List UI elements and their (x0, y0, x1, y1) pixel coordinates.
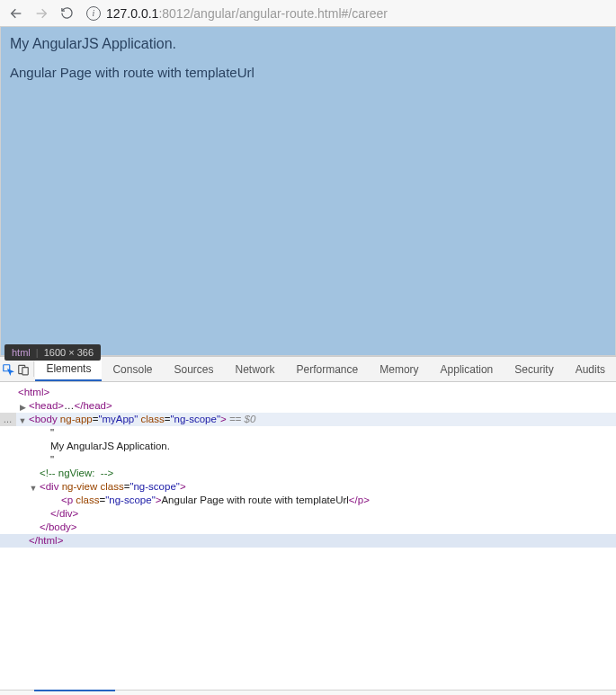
dom-tree[interactable]: <html> ▶<head>…</head> …▼<body ng-app="m… (0, 382, 616, 551)
forward-button[interactable] (31, 3, 52, 24)
page-subtitle: Angular Page with route with templateUrl (10, 65, 606, 80)
dom-node[interactable]: </div> (0, 507, 616, 521)
dom-node[interactable]: ▼<div ng-view class="ng-scope"> (0, 480, 616, 494)
tab-console[interactable]: Console (102, 357, 163, 381)
tab-network[interactable]: Network (225, 357, 286, 381)
back-button[interactable] (5, 3, 27, 24)
info-icon[interactable]: i (86, 6, 101, 21)
dom-node[interactable]: <html> (0, 386, 616, 399)
tab-audits[interactable]: Audits (565, 357, 616, 381)
inspect-icon[interactable] (0, 357, 15, 381)
url-text: 127.0.0.1:8012/angular/angular-route.htm… (106, 6, 388, 21)
dom-text[interactable]: My AngularJS Application. (0, 440, 616, 453)
devtools-panel: Elements Console Sources Network Perform… (0, 356, 616, 695)
browser-toolbar: i 127.0.0.1:8012/angular/angular-route.h… (0, 0, 616, 27)
tab-elements[interactable]: Elements (35, 357, 102, 381)
dom-node[interactable]: ▶<head>…</head> (0, 399, 616, 413)
tab-sources[interactable]: Sources (163, 357, 224, 381)
tab-application[interactable]: Application (430, 357, 504, 381)
tab-memory[interactable]: Memory (369, 357, 429, 381)
devtools-footer (0, 690, 616, 695)
svg-rect-2 (22, 367, 28, 374)
dimension-tooltip: html | 1600 × 366 (4, 344, 101, 361)
dom-text[interactable]: " (0, 426, 616, 440)
dom-node[interactable]: </html> (0, 534, 616, 548)
reload-button[interactable] (56, 3, 77, 24)
device-toggle-icon[interactable] (15, 357, 31, 381)
dom-comment[interactable]: <!-- ngView: --> (0, 467, 616, 480)
address-bar[interactable]: i 127.0.0.1:8012/angular/angular-route.h… (81, 2, 611, 25)
tab-security[interactable]: Security (504, 357, 564, 381)
page-title: My AngularJS Application. (10, 36, 606, 52)
devtools-tabbar: Elements Console Sources Network Perform… (0, 357, 616, 382)
page-viewport: My AngularJS Application. Angular Page w… (0, 27, 616, 356)
dom-text[interactable]: " (0, 453, 616, 467)
tab-performance[interactable]: Performance (286, 357, 370, 381)
dom-node[interactable]: </body> (0, 521, 616, 534)
dom-node[interactable]: <p class="ng-scope">Angular Page with ro… (0, 494, 616, 507)
dom-node-selected[interactable]: …▼<body ng-app="myApp" class="ng-scope">… (0, 413, 616, 426)
